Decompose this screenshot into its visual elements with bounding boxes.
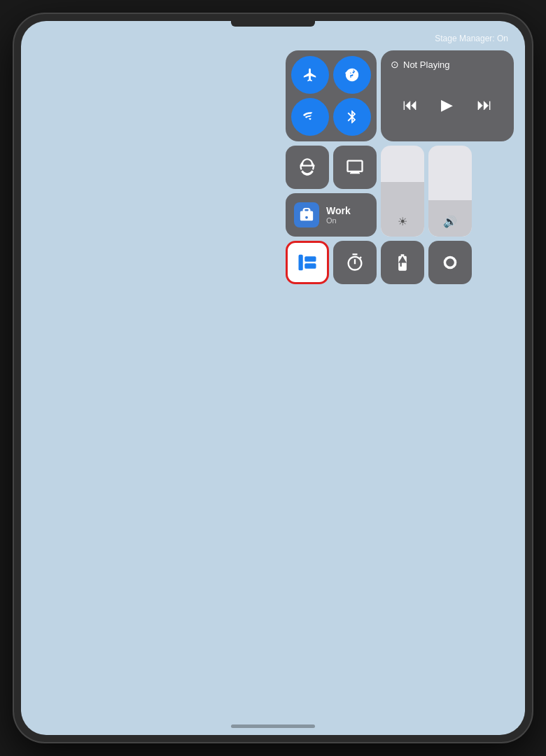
cc-row-2a <box>286 146 377 189</box>
screen-mirror-icon <box>345 158 365 177</box>
screen-mirror-button[interactable] <box>333 146 377 189</box>
focus-work-tile[interactable]: Work On <box>286 193 377 237</box>
lock-rotation-button[interactable] <box>286 146 329 189</box>
bluetooth-icon <box>344 109 360 125</box>
low-power-button[interactable] <box>381 241 424 284</box>
briefcase-icon <box>299 207 314 223</box>
focus-text: Work On <box>326 205 351 225</box>
airplane-mode-button[interactable] <box>291 56 329 94</box>
brightness-icon: ☀ <box>398 215 407 228</box>
screen-record-icon <box>440 253 460 272</box>
rewind-button[interactable]: ⏮ <box>402 96 418 114</box>
cc-row-2: Work On ☀ 🔊 <box>286 146 514 237</box>
wifi-button[interactable] <box>291 98 329 136</box>
bluetooth-button[interactable] <box>333 98 371 136</box>
play-button[interactable]: ▶ <box>441 96 453 114</box>
hotspot-icon <box>344 67 360 83</box>
svg-rect-1 <box>304 256 316 262</box>
svg-rect-0 <box>299 255 303 271</box>
stage-manager-button[interactable] <box>286 241 329 284</box>
hotspot-button[interactable] <box>333 56 371 94</box>
svg-point-4 <box>446 258 454 267</box>
airplay-icon: ⊙ <box>391 59 399 70</box>
screen-record-button[interactable] <box>428 241 472 284</box>
wifi-icon <box>302 109 318 125</box>
ipad-screen: Stage Manager: On <box>21 21 525 735</box>
brightness-slider[interactable]: ☀ <box>381 146 424 237</box>
cc-row-3 <box>286 241 514 284</box>
lock-rotation-icon <box>298 158 317 177</box>
camera-bar <box>231 21 315 27</box>
svg-rect-2 <box>304 263 316 269</box>
volume-slider[interactable]: 🔊 <box>428 146 472 237</box>
connectivity-tile <box>286 50 377 141</box>
cc-row-1: ⊙ Not Playing ⏮ ▶ ⏭ <box>286 50 514 141</box>
focus-name: Work <box>326 205 351 216</box>
now-playing-header: ⊙ Not Playing <box>391 59 504 70</box>
battery-icon <box>393 253 412 272</box>
control-center: ⊙ Not Playing ⏮ ▶ ⏭ <box>286 50 514 284</box>
ipad-frame: Stage Manager: On <box>14 14 532 742</box>
fast-forward-button[interactable]: ⏭ <box>477 96 492 114</box>
now-playing-tile: ⊙ Not Playing ⏮ ▶ ⏭ <box>381 50 514 141</box>
timer-icon <box>345 253 365 272</box>
stage-manager-icon <box>297 252 318 273</box>
timer-button[interactable] <box>333 241 377 284</box>
now-playing-title: Not Playing <box>403 59 449 70</box>
focus-work-icon <box>294 202 319 227</box>
home-indicator <box>231 724 315 728</box>
sliders-col: ☀ 🔊 <box>381 146 472 237</box>
stage-manager-label: Stage Manager: On <box>435 34 508 43</box>
volume-icon: 🔊 <box>443 215 457 228</box>
brightness-fill <box>381 182 424 237</box>
playback-controls: ⏮ ▶ ⏭ <box>391 74 504 136</box>
focus-status: On <box>326 216 351 225</box>
left-buttons-col: Work On <box>286 146 377 237</box>
airplane-icon <box>302 67 318 83</box>
